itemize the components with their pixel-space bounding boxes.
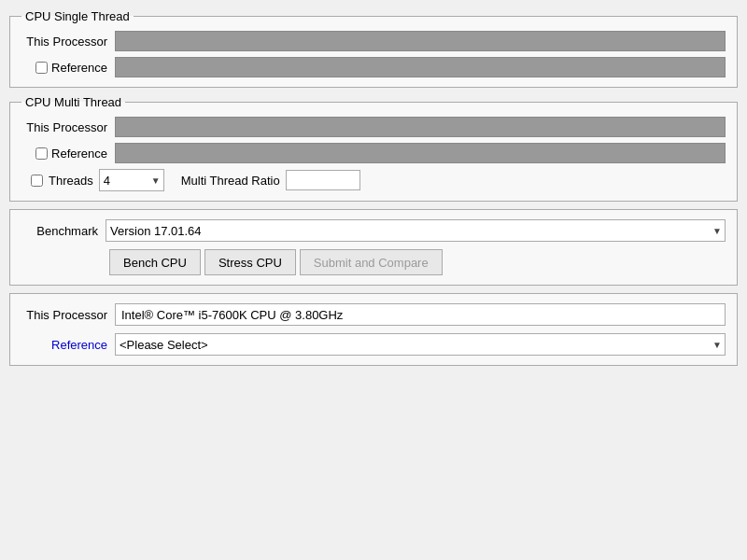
submit-compare-button[interactable]: Submit and Compare <box>300 249 443 275</box>
processor-info-section: This Processor Intel® Core™ i5-7600K CPU… <box>9 293 738 366</box>
this-processor-info-value: Intel® Core™ i5-7600K CPU @ 3.80GHz <box>115 303 726 326</box>
single-reference-bar <box>115 57 726 77</box>
multi-reference-label: Reference <box>51 147 107 161</box>
single-this-processor-label: This Processor <box>21 35 115 49</box>
bench-cpu-button[interactable]: Bench CPU <box>109 249 201 275</box>
single-reference-label: Reference <box>51 61 107 75</box>
benchmark-section: Benchmark Version 17.01.64 Version 17.01… <box>9 209 738 286</box>
multi-reference-checkbox[interactable] <box>35 147 48 160</box>
reference-info-row: Reference <Please Select> <box>21 333 726 356</box>
benchmark-version-row: Benchmark Version 17.01.64 Version 17.01… <box>21 219 726 242</box>
cpu-single-thread-legend: CPU Single Thread <box>21 9 134 23</box>
this-processor-info-label: This Processor <box>21 308 115 322</box>
multi-this-processor-bar <box>115 117 726 137</box>
multi-reference-row: Reference <box>21 143 726 163</box>
multi-this-processor-row: This Processor <box>21 117 726 137</box>
single-this-processor-bar <box>115 31 726 51</box>
multi-thread-ratio-label: Multi Thread Ratio <box>181 174 280 188</box>
reference-select[interactable]: <Please Select> <box>115 333 726 356</box>
single-reference-row: Reference <box>21 57 726 77</box>
reference-info-label: Reference <box>21 338 115 352</box>
single-reference-checkbox-label: Reference <box>21 61 115 75</box>
threads-row: Threads 4 1 2 8 16 Multi Thread Ratio <box>21 169 726 191</box>
benchmark-version-select[interactable]: Version 17.01.64 Version 17.01.63 Versio… <box>106 219 726 242</box>
multi-reference-bar <box>115 143 726 163</box>
threads-checkbox[interactable] <box>31 175 43 187</box>
cpu-single-thread-section: CPU Single Thread This Processor Referen… <box>9 9 738 88</box>
main-container: CPU Single Thread This Processor Referen… <box>9 9 738 366</box>
reference-select-wrapper: <Please Select> <box>115 333 726 356</box>
multi-thread-ratio-input[interactable] <box>286 170 360 190</box>
single-reference-checkbox[interactable] <box>35 62 48 74</box>
threads-select[interactable]: 4 1 2 8 16 <box>99 169 164 191</box>
benchmark-select-wrapper: Version 17.01.64 Version 17.01.63 Versio… <box>106 219 726 242</box>
cpu-multi-thread-legend: CPU Multi Thread <box>21 95 125 109</box>
this-processor-info-row: This Processor Intel® Core™ i5-7600K CPU… <box>21 303 726 326</box>
benchmark-buttons-row: Bench CPU Stress CPU Submit and Compare <box>21 249 726 275</box>
cpu-multi-thread-section: CPU Multi Thread This Processor Referenc… <box>9 95 738 202</box>
threads-label: Threads <box>49 174 93 188</box>
multi-reference-checkbox-label: Reference <box>21 147 115 161</box>
single-this-processor-row: This Processor <box>21 31 726 51</box>
multi-this-processor-label: This Processor <box>21 120 115 134</box>
benchmark-label: Benchmark <box>21 224 106 238</box>
stress-cpu-button[interactable]: Stress CPU <box>204 249 296 275</box>
threads-select-wrapper: 4 1 2 8 16 <box>99 169 164 191</box>
